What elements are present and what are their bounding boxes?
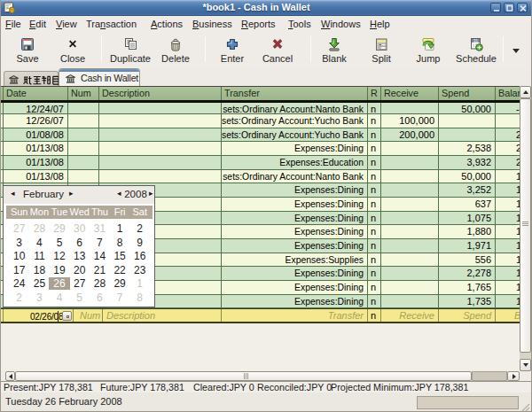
svg-text:31: 31 (473, 39, 479, 43)
